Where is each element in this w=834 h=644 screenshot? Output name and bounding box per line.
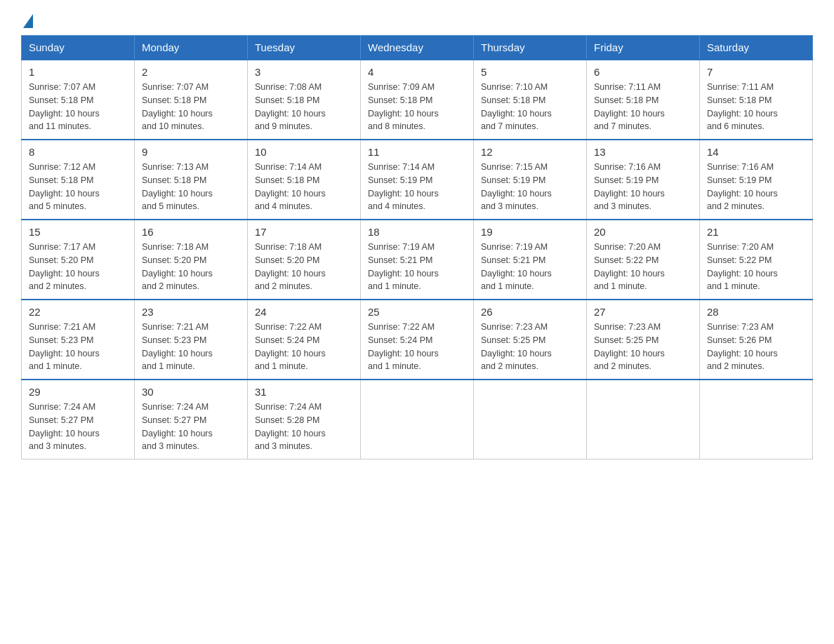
calendar-cell: 8 Sunrise: 7:12 AMSunset: 5:18 PMDayligh… [22,140,135,220]
day-info: Sunrise: 7:17 AMSunset: 5:20 PMDaylight:… [29,242,100,291]
calendar-cell: 2 Sunrise: 7:07 AMSunset: 5:18 PMDayligh… [135,60,248,140]
calendar-cell: 22 Sunrise: 7:21 AMSunset: 5:23 PMDaylig… [22,300,135,380]
calendar-week-row: 1 Sunrise: 7:07 AMSunset: 5:18 PMDayligh… [22,60,813,140]
calendar-header-row: SundayMondayTuesdayWednesdayThursdayFrid… [22,36,813,60]
calendar-cell: 26 Sunrise: 7:23 AMSunset: 5:25 PMDaylig… [474,300,587,380]
calendar-cell: 27 Sunrise: 7:23 AMSunset: 5:25 PMDaylig… [587,300,700,380]
day-info: Sunrise: 7:07 AMSunset: 5:18 PMDaylight:… [29,82,100,131]
day-info: Sunrise: 7:12 AMSunset: 5:18 PMDaylight:… [29,162,100,211]
day-number: 22 [29,306,127,318]
calendar-cell: 5 Sunrise: 7:10 AMSunset: 5:18 PMDayligh… [474,60,587,140]
weekday-header-friday: Friday [587,36,700,60]
logo [21,14,33,28]
day-info: Sunrise: 7:18 AMSunset: 5:20 PMDaylight:… [255,242,326,291]
day-number: 25 [368,306,466,318]
day-number: 3 [255,66,353,78]
day-info: Sunrise: 7:24 AMSunset: 5:27 PMDaylight:… [29,402,100,451]
calendar-week-row: 22 Sunrise: 7:21 AMSunset: 5:23 PMDaylig… [22,300,813,380]
weekday-header-tuesday: Tuesday [248,36,361,60]
day-number: 2 [142,66,240,78]
calendar-cell: 13 Sunrise: 7:16 AMSunset: 5:19 PMDaylig… [587,140,700,220]
day-number: 10 [255,146,353,158]
day-number: 30 [142,386,240,398]
calendar-cell [474,380,587,459]
day-info: Sunrise: 7:11 AMSunset: 5:18 PMDaylight:… [707,82,778,131]
day-number: 5 [481,66,579,78]
day-info: Sunrise: 7:09 AMSunset: 5:18 PMDaylight:… [368,82,439,131]
day-number: 7 [707,66,805,78]
day-info: Sunrise: 7:22 AMSunset: 5:24 PMDaylight:… [368,322,439,371]
calendar-cell: 31 Sunrise: 7:24 AMSunset: 5:28 PMDaylig… [248,380,361,459]
day-info: Sunrise: 7:24 AMSunset: 5:27 PMDaylight:… [142,402,213,451]
logo-arrow-icon [23,14,33,28]
day-number: 20 [594,226,692,238]
day-info: Sunrise: 7:20 AMSunset: 5:22 PMDaylight:… [594,242,665,291]
page-header [21,14,813,28]
day-info: Sunrise: 7:24 AMSunset: 5:28 PMDaylight:… [255,402,326,451]
calendar-cell: 10 Sunrise: 7:14 AMSunset: 5:18 PMDaylig… [248,140,361,220]
day-number: 8 [29,146,127,158]
day-info: Sunrise: 7:23 AMSunset: 5:25 PMDaylight:… [594,322,665,371]
day-number: 24 [255,306,353,318]
day-number: 1 [29,66,127,78]
calendar-cell [587,380,700,459]
day-info: Sunrise: 7:23 AMSunset: 5:26 PMDaylight:… [707,322,778,371]
calendar-cell: 15 Sunrise: 7:17 AMSunset: 5:20 PMDaylig… [22,220,135,300]
calendar-cell: 24 Sunrise: 7:22 AMSunset: 5:24 PMDaylig… [248,300,361,380]
day-number: 18 [368,226,466,238]
calendar-cell: 12 Sunrise: 7:15 AMSunset: 5:19 PMDaylig… [474,140,587,220]
day-info: Sunrise: 7:16 AMSunset: 5:19 PMDaylight:… [707,162,778,211]
day-number: 29 [29,386,127,398]
day-number: 9 [142,146,240,158]
calendar-cell: 28 Sunrise: 7:23 AMSunset: 5:26 PMDaylig… [700,300,813,380]
calendar-cell: 23 Sunrise: 7:21 AMSunset: 5:23 PMDaylig… [135,300,248,380]
calendar-cell: 6 Sunrise: 7:11 AMSunset: 5:18 PMDayligh… [587,60,700,140]
calendar-cell: 21 Sunrise: 7:20 AMSunset: 5:22 PMDaylig… [700,220,813,300]
calendar-table: SundayMondayTuesdayWednesdayThursdayFrid… [21,35,813,459]
day-number: 16 [142,226,240,238]
calendar-week-row: 8 Sunrise: 7:12 AMSunset: 5:18 PMDayligh… [22,140,813,220]
day-info: Sunrise: 7:08 AMSunset: 5:18 PMDaylight:… [255,82,326,131]
day-info: Sunrise: 7:19 AMSunset: 5:21 PMDaylight:… [368,242,439,291]
day-number: 14 [707,146,805,158]
day-info: Sunrise: 7:16 AMSunset: 5:19 PMDaylight:… [594,162,665,211]
day-info: Sunrise: 7:15 AMSunset: 5:19 PMDaylight:… [481,162,552,211]
calendar-cell [361,380,474,459]
day-number: 13 [594,146,692,158]
calendar-cell: 18 Sunrise: 7:19 AMSunset: 5:21 PMDaylig… [361,220,474,300]
day-number: 21 [707,226,805,238]
day-info: Sunrise: 7:11 AMSunset: 5:18 PMDaylight:… [594,82,665,131]
day-info: Sunrise: 7:07 AMSunset: 5:18 PMDaylight:… [142,82,213,131]
calendar-week-row: 15 Sunrise: 7:17 AMSunset: 5:20 PMDaylig… [22,220,813,300]
weekday-header-sunday: Sunday [22,36,135,60]
day-info: Sunrise: 7:20 AMSunset: 5:22 PMDaylight:… [707,242,778,291]
day-info: Sunrise: 7:21 AMSunset: 5:23 PMDaylight:… [29,322,100,371]
day-number: 28 [707,306,805,318]
calendar-cell: 3 Sunrise: 7:08 AMSunset: 5:18 PMDayligh… [248,60,361,140]
calendar-cell: 9 Sunrise: 7:13 AMSunset: 5:18 PMDayligh… [135,140,248,220]
day-info: Sunrise: 7:23 AMSunset: 5:25 PMDaylight:… [481,322,552,371]
weekday-header-thursday: Thursday [474,36,587,60]
calendar-cell: 17 Sunrise: 7:18 AMSunset: 5:20 PMDaylig… [248,220,361,300]
day-number: 15 [29,226,127,238]
weekday-header-monday: Monday [135,36,248,60]
day-number: 23 [142,306,240,318]
calendar-cell: 16 Sunrise: 7:18 AMSunset: 5:20 PMDaylig… [135,220,248,300]
day-number: 6 [594,66,692,78]
calendar-cell: 7 Sunrise: 7:11 AMSunset: 5:18 PMDayligh… [700,60,813,140]
day-number: 17 [255,226,353,238]
weekday-header-wednesday: Wednesday [361,36,474,60]
calendar-cell: 11 Sunrise: 7:14 AMSunset: 5:19 PMDaylig… [361,140,474,220]
day-info: Sunrise: 7:22 AMSunset: 5:24 PMDaylight:… [255,322,326,371]
calendar-cell: 30 Sunrise: 7:24 AMSunset: 5:27 PMDaylig… [135,380,248,459]
day-number: 4 [368,66,466,78]
calendar-week-row: 29 Sunrise: 7:24 AMSunset: 5:27 PMDaylig… [22,380,813,459]
day-number: 19 [481,226,579,238]
day-number: 31 [255,386,353,398]
day-number: 12 [481,146,579,158]
calendar-cell: 19 Sunrise: 7:19 AMSunset: 5:21 PMDaylig… [474,220,587,300]
day-info: Sunrise: 7:13 AMSunset: 5:18 PMDaylight:… [142,162,213,211]
calendar-cell [700,380,813,459]
day-info: Sunrise: 7:10 AMSunset: 5:18 PMDaylight:… [481,82,552,131]
logo-text [21,14,33,28]
